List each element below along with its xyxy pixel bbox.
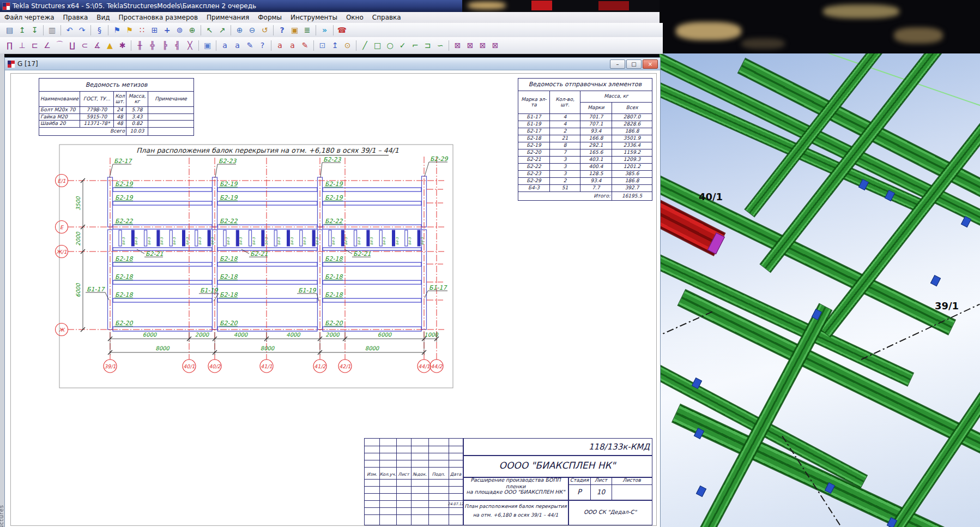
close-button[interactable]: × (643, 59, 658, 69)
undo-icon[interactable]: ↶ (64, 25, 75, 36)
view-properties-icon[interactable]: ⚑ (111, 25, 123, 36)
curved-dimension-icon[interactable]: ⌒ (54, 40, 65, 51)
delete-note-icon[interactable]: ⊠ (489, 40, 501, 51)
draw-cloud-icon[interactable]: ∽ (434, 40, 446, 51)
pan-icon[interactable]: + (161, 25, 173, 36)
add-dimension-point-icon[interactable]: ╫ (134, 40, 146, 51)
new-view-icon[interactable]: ⊕ (186, 25, 198, 36)
connection-clip[interactable] (696, 486, 706, 497)
context-help-icon[interactable]: ? (276, 25, 288, 36)
drawing-window-titlebar[interactable]: G [17] – □ × (5, 58, 660, 70)
previous-view-icon[interactable]: ↖ (204, 25, 215, 36)
open-drawing-icon[interactable]: ↥ (16, 25, 28, 36)
restore-button[interactable]: □ (626, 59, 642, 69)
delete-dimension-icon[interactable]: ⊠ (452, 40, 463, 51)
separator[interactable] (61, 25, 61, 35)
menu-item[interactable]: Примечания (202, 13, 253, 22)
drawing-window[interactable]: G [17] – □ × Ведомость метизов Наименова… (4, 57, 661, 527)
separator[interactable] (449, 40, 449, 51)
draw-rectangle2-icon[interactable]: ⊐ (422, 40, 433, 51)
secondary-beams-b4[interactable]: Б4-3Б4-3Б4-3Б4-3Б4-3Б4-3Б4-3Б4-3Б4-3Б4-3… (119, 230, 424, 246)
open-model-folder-icon[interactable]: ▣ (289, 25, 300, 36)
drawing-properties-icon[interactable]: ▤ (4, 25, 15, 36)
separator[interactable] (131, 40, 131, 51)
create-view-icon[interactable]: ⚑ (124, 25, 135, 36)
menu-item[interactable]: Простановка размеров (114, 13, 202, 22)
menu-item[interactable]: Файл чертежа (0, 13, 59, 22)
minimize-button[interactable]: – (610, 59, 625, 69)
menu-item[interactable]: Окно (342, 13, 368, 22)
draw-line-icon[interactable]: ╱ (359, 40, 371, 51)
create-note-alt-icon[interactable]: a (287, 40, 298, 51)
menu-item[interactable]: Формы (253, 13, 286, 22)
fit-work-area-icon[interactable]: ⊞ (149, 25, 160, 36)
separator[interactable] (201, 25, 201, 35)
free-dimension-icon[interactable]: ⊏ (29, 40, 40, 51)
separator[interactable] (231, 25, 231, 35)
separator[interactable] (108, 25, 108, 35)
arc-dimension-icon[interactable]: ⊂ (79, 40, 90, 51)
angle-dimension-icon[interactable]: ∠ (41, 40, 53, 51)
separator[interactable] (198, 40, 199, 51)
separator[interactable] (273, 25, 274, 35)
document-manager-icon[interactable]: ≣ (301, 25, 313, 36)
rotate-view-icon[interactable]: ⊚ (174, 25, 185, 36)
remove-dimension-point-icon[interactable]: ╬ (147, 40, 158, 51)
separator[interactable] (216, 40, 216, 51)
next-view-icon[interactable]: ↗ (216, 25, 228, 36)
parallel-dimension-icon[interactable]: ∐ (66, 40, 78, 51)
delete-mark-icon[interactable]: ⊠ (464, 40, 476, 51)
menu-item[interactable]: Инструменты (286, 13, 342, 22)
separator[interactable] (333, 25, 334, 35)
delete-text-icon[interactable]: ⊠ (477, 40, 488, 51)
menu-item[interactable]: Правка (59, 13, 93, 22)
associative-note-icon[interactable]: ? (257, 40, 268, 51)
y-dimension-icon[interactable]: ⊥ (16, 40, 28, 51)
separator[interactable] (43, 25, 44, 35)
connection-clip[interactable] (930, 275, 941, 286)
dimension-properties-icon[interactable]: ▣ (202, 40, 213, 51)
zoom-in-icon[interactable]: ⊕ (234, 25, 245, 36)
wizard-icon[interactable]: § (94, 25, 105, 36)
dimension-edit-icon[interactable]: ✱ (117, 40, 128, 51)
beam-layout-plan[interactable]: Б4-3Б4-3Б4-3Б4-3Б4-3Б4-3Б4-3Б4-3Б4-3Б4-3… (55, 141, 458, 392)
create-text-alt-icon[interactable]: a (274, 40, 286, 51)
separator[interactable] (271, 40, 271, 51)
title-block[interactable]: Изм. Кол.уч. Лист №док. Подп. Дата 24.07… (364, 438, 652, 525)
bolt-mark-icon[interactable]: ⊙ (342, 40, 353, 51)
separator[interactable] (316, 25, 316, 35)
draw-circle-icon[interactable]: ○ (384, 40, 396, 51)
menu-item[interactable]: Справка (368, 13, 406, 22)
draw-polyline-icon[interactable]: ✓ (397, 40, 408, 51)
zoom-original-icon[interactable]: ↺ (259, 25, 270, 36)
level-attribute-icon[interactable]: ↥ (329, 40, 341, 51)
align-views-icon[interactable]: ∷ (136, 25, 148, 36)
menu-item[interactable]: Вид (92, 13, 114, 22)
support-icon[interactable]: ☎ (336, 25, 348, 36)
model-3d-view[interactable]: 40/1 39/1 (660, 53, 980, 527)
hardware-table[interactable]: Ведомость метизов Наименование ГОСТ, ТУ.… (39, 78, 194, 136)
delete-dimension-point-icon[interactable]: ╳ (184, 40, 196, 51)
level-mark-icon[interactable]: ▲ (104, 40, 116, 51)
weld-mark-icon[interactable]: ⊡ (317, 40, 328, 51)
horizontal-beams[interactable] (113, 188, 421, 331)
redo-icon[interactable]: ↷ (76, 25, 88, 36)
draw-polygon-icon[interactable]: ⌐ (409, 40, 421, 51)
create-mark-alt-icon[interactable]: ✎ (299, 40, 311, 51)
angle2-dimension-icon[interactable]: ∡ (92, 40, 103, 51)
print-icon[interactable]: ▥ (46, 25, 58, 36)
separator[interactable] (313, 40, 314, 51)
save-drawing-icon[interactable]: ↧ (29, 25, 40, 36)
draw-rectangle-icon[interactable]: □ (372, 40, 383, 51)
next-window-icon[interactable]: » (319, 25, 330, 36)
separator[interactable] (90, 25, 91, 35)
elements-table[interactable]: Ведомость отправочных элементов Марка эл… (518, 78, 652, 201)
split-dimension-icon[interactable]: ╣ (172, 40, 183, 51)
zoom-out-icon[interactable]: ⊖ (246, 25, 258, 36)
separator[interactable] (356, 40, 356, 51)
combine-dimension-icon[interactable]: ╠ (159, 40, 171, 51)
create-text-icon[interactable]: a (219, 40, 231, 51)
create-text-note-icon[interactable]: a (232, 40, 243, 51)
x-dimension-icon[interactable]: ∏ (4, 40, 15, 51)
create-mark-icon[interactable]: ✎ (244, 40, 256, 51)
